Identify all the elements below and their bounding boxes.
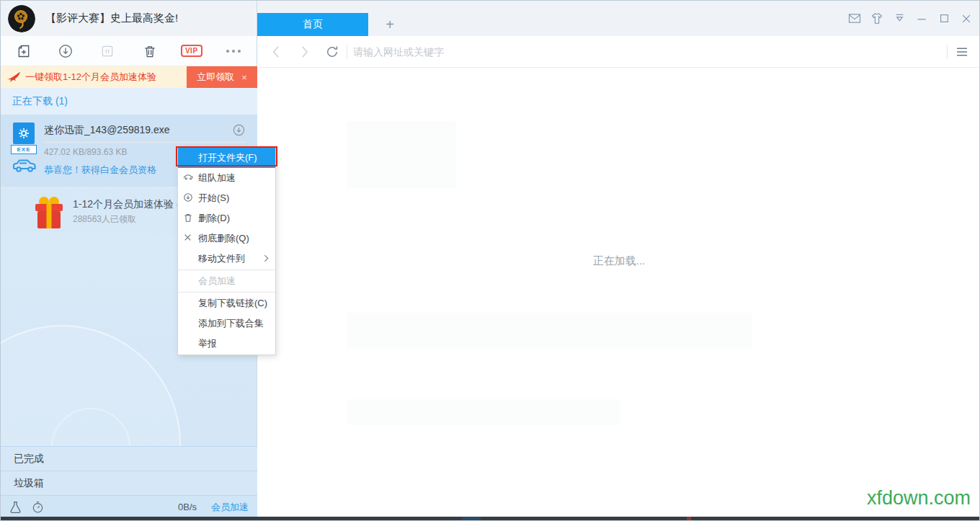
- menu-item-move-to[interactable]: 移动文件到: [178, 249, 275, 269]
- menu-divider: [178, 292, 275, 293]
- tray-button[interactable]: [892, 12, 906, 26]
- banner-text: 一键领取1-12个月会员加速体验: [25, 71, 156, 84]
- reward-text: 恭喜您！获得白金会员资格: [44, 164, 156, 177]
- download-toolbar: VIP: [1, 36, 257, 66]
- section-completed[interactable]: 已完成: [1, 446, 257, 471]
- navbar-divider: [347, 45, 347, 59]
- pause-all-button[interactable]: [97, 41, 117, 61]
- promo-banner: 一键领取1-12个月会员加速体验 立即领取 ×: [1, 66, 257, 88]
- member-accelerate-link[interactable]: 会员加速: [211, 501, 249, 514]
- browser-content: 正在加载... xfdown.com: [257, 68, 980, 518]
- tray-icon: [894, 13, 906, 25]
- back-button[interactable]: [267, 43, 285, 61]
- loading-skeleton: [347, 122, 456, 188]
- menu-item-delete-completely[interactable]: 彻底删除(Q): [178, 228, 275, 249]
- flask-icon[interactable]: [9, 501, 22, 514]
- start-all-icon: [58, 43, 74, 59]
- car-icon: [183, 172, 194, 182]
- window-close-icon: [961, 13, 972, 25]
- vip-icon: VIP: [181, 45, 202, 57]
- browser-menu-button[interactable]: [953, 43, 971, 61]
- watermark: xfdown.com: [867, 487, 971, 509]
- menu-divider: [178, 270, 275, 270]
- more-icon: [226, 50, 241, 53]
- speed-text: 0B/s: [178, 502, 197, 512]
- delete-button[interactable]: [140, 41, 160, 61]
- vip-button[interactable]: VIP: [182, 41, 202, 61]
- browser-navbar: [257, 36, 980, 68]
- download-status-button[interactable]: [232, 123, 246, 137]
- new-task-icon: [17, 44, 31, 58]
- chevron-right-icon: [264, 254, 269, 262]
- browser-panel: 首页 +: [257, 1, 980, 521]
- menu-item-delete[interactable]: 删除(D): [178, 208, 275, 228]
- new-task-button[interactable]: [14, 41, 34, 61]
- menu-item-team-accelerate[interactable]: 组队加速: [178, 168, 275, 188]
- refresh-icon: [325, 45, 339, 59]
- minimize-icon: [916, 13, 927, 25]
- window-controls: [847, 1, 974, 36]
- browser-header: 首页 +: [257, 1, 980, 36]
- new-tab-button[interactable]: +: [378, 13, 401, 36]
- context-menu: 打开文件夹(F) 组队加速 开始(S) 删除(D) 彻底删除(Q) 移动文件到 …: [177, 146, 276, 355]
- forward-icon: [300, 45, 309, 58]
- file-type-badge: EXE: [11, 145, 37, 154]
- tab-home[interactable]: 首页: [257, 13, 368, 36]
- download-circle-icon: [232, 123, 246, 137]
- menu-item-member-accelerate: 会员加速: [178, 271, 275, 291]
- film-reel-logo[interactable]: [8, 5, 35, 32]
- delete-icon: [143, 44, 157, 58]
- app-header: 【影评大赛】史上最高奖金!: [1, 1, 257, 36]
- ad-claimed-count: 288563人已领取: [73, 213, 136, 226]
- banner-close-icon[interactable]: ×: [241, 72, 247, 83]
- rocket-icon: [6, 71, 21, 84]
- more-button[interactable]: [223, 41, 244, 61]
- mail-button[interactable]: [847, 12, 862, 26]
- section-downloading[interactable]: 正在下载 (1): [1, 88, 257, 115]
- status-bar: 0B/s 会员加速: [1, 495, 257, 518]
- address-input[interactable]: [353, 46, 941, 58]
- gift-icon: [31, 194, 67, 231]
- back-icon: [272, 45, 280, 58]
- menu-item-add-to-collection[interactable]: 添加到下载合集: [178, 313, 275, 334]
- navbar-divider: [947, 45, 948, 59]
- menu-item-copy-link[interactable]: 复制下载链接(C): [178, 293, 275, 313]
- section-trash[interactable]: 垃圾箱: [1, 471, 257, 495]
- claim-now-button[interactable]: 立即领取: [197, 71, 234, 84]
- maximize-icon: [939, 13, 950, 24]
- exe-file-icon: [13, 123, 35, 144]
- loading-text: 正在加载...: [257, 254, 980, 268]
- menu-item-open-folder[interactable]: 打开文件夹(F): [178, 148, 275, 168]
- promo-title[interactable]: 【影评大赛】史上最高奖金!: [45, 12, 178, 25]
- menu-item-report[interactable]: 举报: [178, 334, 275, 354]
- x-icon: [183, 233, 192, 242]
- menu-item-start[interactable]: 开始(S): [178, 188, 275, 208]
- progress-bar: [44, 141, 246, 143]
- skin-icon: [870, 12, 883, 25]
- taskbar-edge: [1, 517, 979, 520]
- skin-button[interactable]: [870, 12, 884, 26]
- start-all-button[interactable]: [55, 41, 76, 61]
- stopwatch-icon[interactable]: [32, 501, 44, 514]
- loading-skeleton: [347, 313, 752, 349]
- trash-icon: [183, 213, 193, 223]
- hamburger-menu-icon: [956, 47, 968, 57]
- maximize-button[interactable]: [937, 12, 951, 26]
- download-filename: 迷你迅雷_143@259819.exe: [44, 124, 170, 137]
- minimize-button[interactable]: [914, 12, 929, 26]
- start-icon: [183, 192, 193, 202]
- download-size-text: 427.02 KB/893.63 KB: [44, 147, 127, 157]
- pause-all-icon: [100, 44, 115, 58]
- car-icon: [11, 155, 38, 175]
- mail-icon: [848, 13, 861, 24]
- loading-skeleton: [347, 399, 620, 425]
- gear-exe-icon: [17, 127, 30, 140]
- forward-button[interactable]: [296, 43, 313, 61]
- refresh-button[interactable]: [324, 43, 341, 61]
- close-button[interactable]: [959, 12, 974, 26]
